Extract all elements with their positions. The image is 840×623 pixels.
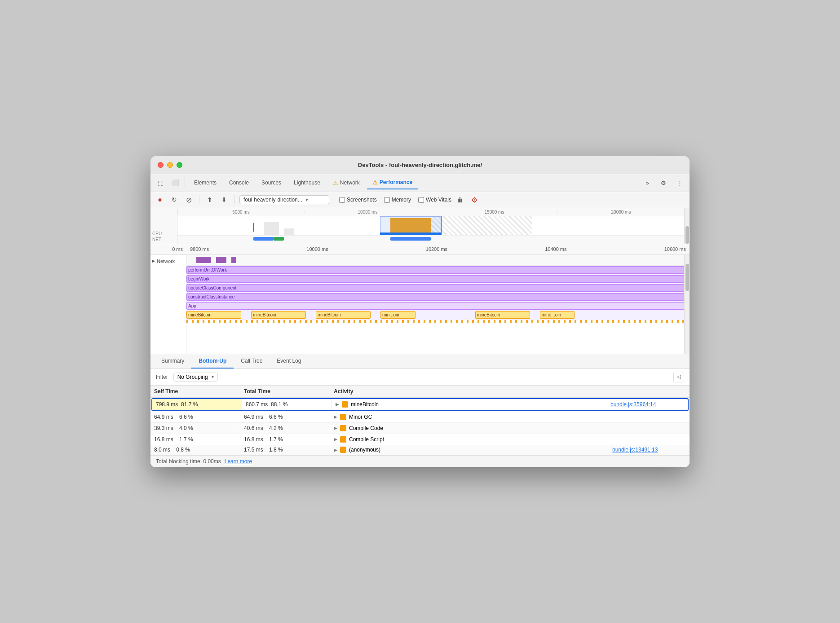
self-time-1: 64.9 ms 6.6 %	[150, 412, 240, 422]
expand-icon-4[interactable]: ▶	[334, 448, 337, 452]
clear-button[interactable]: 🗑	[454, 194, 466, 206]
tab-lighthouse[interactable]: Lighthouse	[288, 177, 326, 189]
timeline-cpu-net-labels: CPU NET	[150, 208, 177, 244]
mine-bitcoin-4[interactable]: mineBitcoin	[475, 311, 530, 319]
more-tabs-button[interactable]: »	[641, 176, 654, 189]
upload-button[interactable]: ⬆	[204, 194, 216, 206]
perf-settings-button[interactable]: ⚙	[469, 194, 480, 206]
flame-row-1: beginWork	[186, 275, 684, 284]
performance-warning-icon: ⚠	[372, 179, 378, 186]
file-0[interactable]: bundle.js:35964:14	[607, 399, 688, 410]
app-block[interactable]: App	[186, 302, 684, 310]
grouping-select[interactable]: No Grouping ▾	[173, 373, 218, 382]
activity-2: ▶ Compile Code	[330, 423, 609, 434]
table-row-4[interactable]: 8.0 ms 0.8 % 17.5 ms 1.8 % ▶ (anonymous)…	[150, 445, 690, 455]
construct-class-instance-block[interactable]: constructClassInstance	[186, 293, 684, 301]
screenshots-checkbox[interactable]: Screenshots	[339, 197, 377, 203]
cpu-label: CPU	[152, 231, 175, 236]
responsive-icon[interactable]: ⬜	[168, 176, 181, 189]
table-row-2[interactable]: 39.3 ms 4.0 % 40.6 ms 4.2 % ▶ Compile Co…	[150, 423, 690, 434]
flame-area: 0 ms 9800 ms 10000 ms 10200 ms 10400 ms …	[150, 244, 690, 354]
flame-scrollbar-thumb[interactable]	[685, 264, 689, 291]
mine-bitcoin-0[interactable]: mineBitcoin	[186, 311, 241, 319]
reload-button[interactable]: ↻	[168, 194, 180, 206]
flame-chart: ▶ Network performUnitOfWork	[150, 255, 690, 354]
record-button[interactable]: ●	[154, 194, 166, 206]
learn-more-link[interactable]: Learn more	[225, 458, 252, 465]
ruler-15000: 15000 ms	[431, 210, 557, 215]
ruler-0ms: 0 ms	[150, 246, 186, 252]
activity-3: ▶ Compile Script	[330, 434, 609, 445]
maximize-button[interactable]	[177, 162, 182, 168]
tab-sources[interactable]: Sources	[256, 177, 287, 189]
close-button[interactable]	[158, 162, 164, 168]
devtools-container: ⬚ ⬜ Elements Console Sources Lighthouse …	[150, 174, 690, 467]
self-time-header: Self Time	[150, 386, 240, 397]
collapse-button[interactable]: ◁	[673, 372, 684, 382]
network-expand-icon: ▶	[152, 259, 155, 263]
expand-icon-3[interactable]: ▶	[334, 437, 337, 442]
timeline-main[interactable]: 5000 ms 10000 ms 15000 ms 20000 ms	[177, 208, 684, 244]
self-time-2: 39.3 ms 4.0 %	[150, 423, 240, 434]
network-flame-label[interactable]: ▶ Network	[150, 257, 186, 266]
download-button[interactable]: ⬇	[218, 194, 230, 206]
total-time-header: Total Time	[240, 386, 330, 397]
bottom-tabs: Summary Bottom-Up Call Tree Event Log	[150, 354, 690, 369]
overview-scrollbar[interactable]	[684, 208, 690, 244]
data-table: Self Time Total Time Activity 798.9 ms 8…	[150, 386, 690, 455]
mine-bitcoin-5[interactable]: mine...oin	[540, 311, 575, 319]
flame-left-panel: ▶ Network	[150, 255, 186, 354]
expand-icon-1[interactable]: ▶	[334, 414, 337, 419]
cursor-icon[interactable]: ⬚	[154, 176, 167, 189]
file-1	[609, 415, 690, 419]
tab-event-log[interactable]: Event Log	[270, 354, 308, 369]
stop-button[interactable]: ⊘	[183, 194, 195, 206]
ruler-5000: 5000 ms	[177, 210, 304, 215]
activity-color-4	[340, 447, 346, 453]
memory-checkbox[interactable]: Memory	[384, 197, 411, 203]
ruler-10000: 10000 ms	[306, 246, 328, 252]
table-row-1[interactable]: 64.9 ms 6.6 % 64.9 ms 6.6 % ▶ Minor GC	[150, 412, 690, 423]
net-label: NET	[152, 237, 175, 242]
net-bar	[177, 235, 684, 243]
activity-color-2	[340, 425, 346, 431]
flame-scrollbar[interactable]	[684, 255, 690, 354]
perform-unit-of-work-block[interactable]: performUnitOfWork	[186, 266, 684, 274]
mine-bitcoin-3[interactable]: min...oin	[380, 311, 416, 319]
minimize-button[interactable]	[167, 162, 173, 168]
web-vitals-checkbox[interactable]: Web Vitals	[418, 197, 451, 203]
tab-console[interactable]: Console	[224, 177, 254, 189]
tab-summary[interactable]: Summary	[154, 354, 191, 369]
tab-bottom-up[interactable]: Bottom-Up	[191, 354, 234, 369]
ruler-10000: 10000 ms	[304, 210, 431, 215]
mine-bitcoin-1[interactable]: mineBitcoin	[251, 311, 306, 319]
filter-bar: Filter No Grouping ▾ ◁	[150, 369, 690, 386]
status-text: Total blocking time: 0.00ms	[156, 458, 221, 465]
update-class-component-block[interactable]: updateClassComponent	[186, 284, 684, 292]
total-time-3: 16.8 ms 1.7 %	[240, 434, 330, 445]
expand-icon-0[interactable]: ▶	[336, 402, 339, 407]
toolbar: ● ↻ ⊘ ⬆ ⬇ foul-heavenly-direction.... ▾ …	[150, 192, 690, 208]
self-time-0: 798.9 ms 81.7 %	[152, 399, 242, 410]
table-row-0[interactable]: 798.9 ms 81.7 % 860.7 ms 88.1 % ▶ mineBi…	[152, 399, 688, 410]
activity-1: ▶ Minor GC	[330, 412, 609, 422]
total-time-0: 860.7 ms 88.1 %	[242, 399, 332, 410]
tab-network[interactable]: ⚠ Network	[327, 177, 365, 189]
timeline-ruler-bottom: 0 ms 9800 ms 10000 ms 10200 ms 10400 ms …	[150, 244, 690, 255]
mine-bitcoin-2[interactable]: mineBitcoin	[316, 311, 371, 319]
tab-elements[interactable]: Elements	[189, 177, 222, 189]
expand-icon-2[interactable]: ▶	[334, 426, 337, 430]
file-4[interactable]: bundle.js:13491:13	[609, 445, 690, 455]
ruler-10200: 10200 ms	[426, 246, 447, 252]
toolbar-sep-1	[199, 195, 199, 204]
tab-performance[interactable]: ⚠ Performance	[367, 176, 418, 189]
settings-icon[interactable]: ⚙	[657, 176, 670, 189]
activity-header: Activity	[330, 386, 690, 397]
scrollbar-thumb[interactable]	[685, 226, 689, 244]
begin-work-block[interactable]: beginWork	[186, 275, 684, 283]
activity-4: ▶ (anonymous)	[330, 445, 609, 455]
tab-call-tree[interactable]: Call Tree	[234, 354, 270, 369]
kebab-icon[interactable]: ⋮	[673, 176, 686, 189]
table-row-3[interactable]: 16.8 ms 1.7 % 16.8 ms 1.7 % ▶ Compile Sc…	[150, 434, 690, 445]
url-bar[interactable]: foul-heavenly-direction.... ▾	[239, 195, 329, 204]
